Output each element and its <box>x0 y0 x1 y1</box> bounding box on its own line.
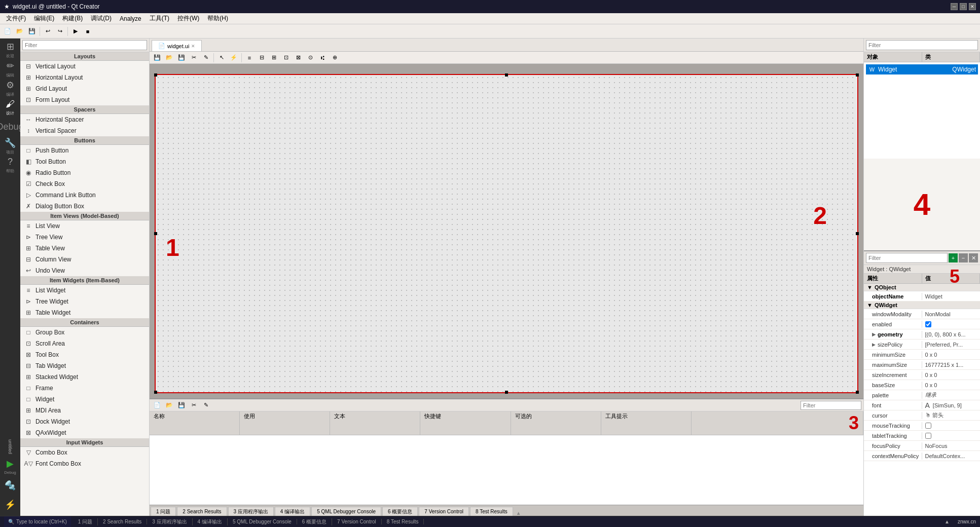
stop-button[interactable]: ■ <box>82 26 93 37</box>
widget-undo-view[interactable]: ↩ Undo View <box>20 265 149 276</box>
object-row-widget[interactable]: W Widget QWidget <box>866 64 978 74</box>
tab-general[interactable]: 6 概要信息 <box>382 507 418 516</box>
widget-form-layout[interactable]: ⊡ Form Layout <box>20 94 149 105</box>
status-version-control[interactable]: 7 Version Control <box>332 519 382 524</box>
widget-tool-button[interactable]: ◧ Tool Button <box>20 156 149 167</box>
dt-layout-h[interactable]: ≡ <box>244 52 255 63</box>
menu-edit[interactable]: 编辑(E) <box>30 13 58 24</box>
prop-font-value[interactable]: A [SimSun, 9] <box>922 401 981 410</box>
props-x-button[interactable]: ✕ <box>969 253 978 262</box>
props-filter-input[interactable] <box>866 253 948 263</box>
props-minus-button[interactable]: − <box>959 253 968 262</box>
tab-version-control[interactable]: 7 Version Control <box>419 507 469 516</box>
prop-tablettracking-value[interactable] <box>922 432 981 439</box>
widget-dialog-button-box[interactable]: ✗ Dialog Button Box <box>20 201 149 212</box>
widget-widget[interactable]: □ Widget <box>20 394 149 405</box>
widget-list-widget[interactable]: ≡ List Widget <box>20 285 149 296</box>
status-up-arrow[interactable]: ▲ <box>945 519 950 524</box>
tab-search[interactable]: 2 Search Results <box>177 507 227 516</box>
dt-layout-f[interactable]: ⊡ <box>280 52 292 63</box>
widget-column-view[interactable]: ⊟ Column View <box>20 254 149 265</box>
prop-geometry-value[interactable]: [(0, 0), 800 x 6... <box>922 331 981 338</box>
widget-push-button[interactable]: □ Push Button <box>20 145 149 156</box>
tabs-up-arrow[interactable]: ▲ <box>516 510 521 516</box>
menu-tools[interactable]: 工具(T) <box>146 13 173 24</box>
handle-top-center[interactable] <box>505 73 508 77</box>
status-search[interactable]: 🔍 Type to locate (Ctrl+K) <box>4 516 71 527</box>
widget-group-box[interactable]: □ Group Box <box>20 327 149 338</box>
widget-radio-button[interactable]: ◉ Radio Button <box>20 167 149 178</box>
prop-basesize-value[interactable]: 0 x 0 <box>922 382 981 389</box>
dt-layout-v[interactable]: ⊟ <box>256 52 267 63</box>
widget-list-view[interactable]: ≡ List View <box>20 220 149 232</box>
side-help[interactable]: ? 帮助 <box>1 156 19 174</box>
menu-controls[interactable]: 控件(W) <box>173 13 203 24</box>
widget-check-box[interactable]: ☑ Check Box <box>20 178 149 190</box>
side-edit[interactable]: ✏ 编辑 <box>1 60 19 78</box>
dt-connect[interactable]: ⚡ <box>228 52 239 63</box>
handle-bottom-center[interactable] <box>505 391 508 394</box>
status-search-results[interactable]: 2 Search Results <box>98 519 147 524</box>
save-button[interactable]: 💾 <box>26 26 38 37</box>
menu-file[interactable]: 文件(F) <box>2 13 30 24</box>
widget-stacked-widget[interactable]: ⊞ Stacked Widget <box>20 371 149 383</box>
status-qml-debug[interactable]: 5 QML Debugger Console <box>228 519 297 524</box>
handle-top-left[interactable] <box>154 73 157 77</box>
prop-contextmenupolicy-value[interactable]: DefaultContex... <box>922 453 981 460</box>
prop-minimumsize-value[interactable]: 0 x 0 <box>922 351 981 358</box>
bt-btn3[interactable]: 💾 <box>176 400 187 411</box>
widget-frame[interactable]: □ Frame <box>20 383 149 394</box>
side-projects[interactable]: 🔧 项目 <box>1 137 19 155</box>
handle-bottom-left[interactable] <box>154 391 157 394</box>
prop-sizeincrement-value[interactable]: 0 x 0 <box>922 371 981 379</box>
title-bar-controls[interactable]: ─ □ ✕ <box>951 3 976 10</box>
widget-vertical-spacer[interactable]: ↕ Vertical Spacer <box>20 125 149 136</box>
handle-left-center[interactable] <box>154 232 157 235</box>
widget-font-combo-box[interactable]: A▽ Font Combo Box <box>20 458 149 469</box>
dt-open[interactable]: 📂 <box>164 52 175 63</box>
widget-vertical-layout[interactable]: ⊟ Vertical Layout <box>20 61 149 72</box>
prop-cursor-value[interactable]: 🖱 箭头 <box>922 411 981 420</box>
widget-grid-layout[interactable]: ⊞ Grid Layout <box>20 83 149 94</box>
widget-qax-widget[interactable]: ⊠ QAxWidget <box>20 427 149 438</box>
undo-button[interactable]: ↩ <box>42 26 53 37</box>
dt-save[interactable]: 💾 <box>152 52 163 63</box>
dt-pointer[interactable]: ↖ <box>216 52 227 63</box>
menu-build[interactable]: 构建(B) <box>58 13 87 24</box>
maximize-button[interactable]: □ <box>960 3 967 10</box>
redo-button[interactable]: ↪ <box>54 26 65 37</box>
side-build[interactable]: ⚙ 编译 <box>1 79 19 97</box>
bt-btn4[interactable]: ✂ <box>188 400 199 411</box>
tab-compile-output[interactable]: 4 编译输出 <box>275 507 310 516</box>
prop-tablettracking-checkbox[interactable] <box>925 433 931 439</box>
side-extra1[interactable]: 🔩 <box>1 476 19 495</box>
dt-buddy[interactable]: ⊕ <box>329 52 340 63</box>
status-app-output[interactable]: 3 应用程序输出 <box>147 518 192 525</box>
bt-btn2[interactable]: 📂 <box>164 400 175 411</box>
status-test-results[interactable]: 8 Test Results <box>382 519 424 524</box>
side-debug[interactable]: Debug <box>1 118 19 136</box>
widget-dock-widget[interactable]: ⊡ Dock Widget <box>20 416 149 427</box>
bt-btn5[interactable]: ✎ <box>200 400 211 411</box>
prop-objectname-value[interactable]: Widget <box>922 293 981 300</box>
open-button[interactable]: 📂 <box>14 26 25 37</box>
canvas-widget[interactable]: 2 1 <box>155 74 858 393</box>
new-button[interactable]: 📄 <box>2 26 13 37</box>
bt-btn1[interactable]: 📄 <box>152 400 163 411</box>
minimize-button[interactable]: ─ <box>951 3 958 10</box>
dt-save2[interactable]: 💾 <box>176 52 187 63</box>
designer-tab-close[interactable]: ✕ <box>191 44 195 49</box>
object-inspector-filter[interactable] <box>866 40 978 50</box>
prop-enabled-value[interactable] <box>922 321 981 328</box>
prop-group-qwidget[interactable]: ▼ QWidget <box>864 302 980 309</box>
props-add-button[interactable]: + <box>949 253 958 262</box>
tab-qml-debug[interactable]: 5 QML Debugger Console <box>311 507 381 516</box>
prop-enabled-checkbox[interactable] <box>925 321 931 327</box>
dt-tab-order[interactable]: ⑆ <box>317 52 328 63</box>
side-design[interactable]: 🖌 设计 <box>1 98 19 117</box>
handle-top-right[interactable] <box>856 73 859 77</box>
tab-issues[interactable]: 1 问题 <box>151 507 176 516</box>
dt-break[interactable]: ⊠ <box>293 52 304 63</box>
action-editor-filter[interactable] <box>801 401 861 410</box>
prop-windowmodality-value[interactable]: NonModal <box>922 311 981 318</box>
